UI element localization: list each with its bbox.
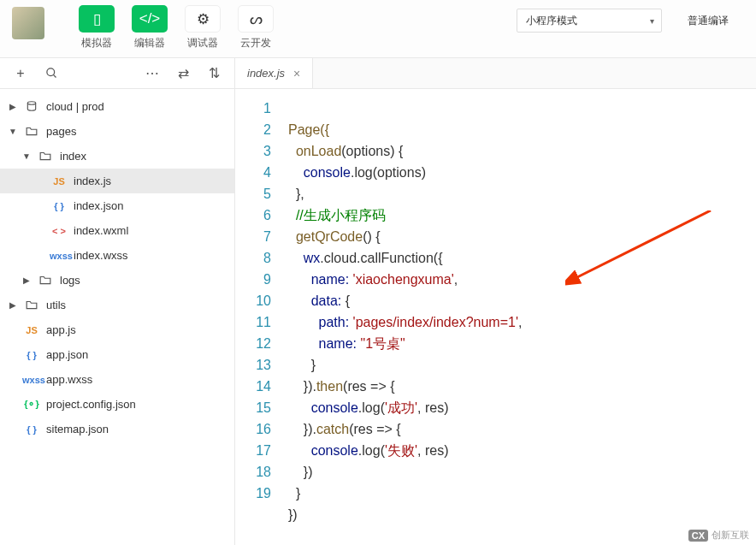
topbar: ▯ 模拟器 </> 编辑器 ⚙ 调试器 ᔕ 云开发 小程序模式 ▾ 普通编译 bbox=[0, 0, 756, 58]
sort-button[interactable]: ⇅ bbox=[200, 62, 227, 86]
settings-icon: ⚙ bbox=[185, 5, 221, 33]
watermark-text: 创新互联 bbox=[712, 529, 749, 542]
json-icon: { } bbox=[22, 424, 41, 435]
tree-label: app.wxss bbox=[46, 373, 92, 386]
tree-item-utils[interactable]: ▶utils bbox=[0, 293, 234, 317]
folder-icon bbox=[36, 275, 55, 287]
tree-item-cloud---prod[interactable]: ▶cloud | prod bbox=[0, 94, 234, 119]
js-icon: JS bbox=[22, 325, 41, 335]
avatar[interactable] bbox=[12, 7, 44, 39]
tree-label: index.json bbox=[74, 199, 124, 212]
tree-label: app.js bbox=[46, 323, 76, 336]
chevron-icon: ▶ bbox=[9, 300, 17, 310]
tree-item-app-json[interactable]: { }app.json bbox=[0, 342, 234, 367]
cloud-dev-button[interactable]: ᔕ 云开发 bbox=[238, 5, 274, 50]
compile-select[interactable]: 普通编译 bbox=[679, 9, 746, 33]
folder-db-icon bbox=[22, 101, 41, 113]
tree-label: pages bbox=[46, 125, 76, 138]
debugger-button[interactable]: ⚙ 调试器 bbox=[185, 5, 221, 50]
watermark: CX 创新互联 bbox=[688, 529, 749, 542]
tree-item-index-wxml[interactable]: < >index.wxml bbox=[0, 218, 234, 243]
tree-item-pages[interactable]: ▼pages bbox=[0, 119, 234, 144]
more-button[interactable]: ⋯ bbox=[139, 62, 166, 86]
folder-icon bbox=[22, 126, 41, 138]
folder-icon bbox=[36, 151, 55, 163]
chevron-icon: ▶ bbox=[9, 102, 17, 111]
js-icon: JS bbox=[50, 176, 68, 187]
chevron-icon: ▼ bbox=[9, 127, 17, 136]
json-icon: { } bbox=[22, 350, 41, 360]
svg-line-1 bbox=[53, 74, 56, 77]
editor-button[interactable]: </> 编辑器 bbox=[132, 5, 168, 50]
close-icon[interactable]: × bbox=[293, 67, 300, 80]
tool-label: 编辑器 bbox=[134, 36, 165, 50]
tree-label: sitemap.json bbox=[46, 423, 109, 435]
simulator-button[interactable]: ▯ 模拟器 bbox=[79, 5, 115, 50]
chevron-icon: ▶ bbox=[22, 275, 31, 285]
collapse-button[interactable]: ⇄ bbox=[169, 62, 197, 86]
tree-item-app-wxss[interactable]: wxssapp.wxss bbox=[0, 367, 234, 392]
device-icon: ▯ bbox=[79, 5, 115, 33]
tree-label: cloud | prod bbox=[46, 100, 104, 113]
cloud-icon: ᔕ bbox=[238, 5, 274, 33]
watermark-badge: CX bbox=[688, 530, 708, 542]
code-content: Page({ onLoad(options) { console.log(opt… bbox=[283, 89, 522, 545]
annotation-arrow bbox=[565, 210, 719, 313]
wxss-icon: wxss bbox=[50, 251, 68, 261]
tree-label: index.wxml bbox=[74, 224, 128, 237]
tool-label: 云开发 bbox=[240, 36, 271, 50]
file-tree: ▶cloud | prod▼pages▼indexJSindex.js{ }in… bbox=[0, 89, 234, 447]
tree-item-index-js[interactable]: JSindex.js bbox=[0, 169, 234, 193]
tree-label: index.wxss bbox=[74, 249, 128, 262]
tree-item-logs[interactable]: ▶logs bbox=[0, 268, 234, 293]
code-editor: index.js × 12345678910111213141516171819… bbox=[235, 58, 756, 545]
tool-label: 调试器 bbox=[187, 36, 218, 50]
wxml-icon: < > bbox=[50, 226, 68, 236]
file-explorer: + ⋯ ⇄ ⇅ ▶cloud | prod▼pages▼indexJSindex… bbox=[0, 58, 235, 545]
config-icon: {⚬} bbox=[22, 399, 41, 410]
tree-label: logs bbox=[60, 274, 80, 287]
tree-label: index.js bbox=[74, 175, 111, 187]
tool-label: 模拟器 bbox=[81, 36, 112, 50]
tree-item-app-js[interactable]: JSapp.js bbox=[0, 317, 234, 342]
explorer-toolbar: + ⋯ ⇄ ⇅ bbox=[0, 58, 234, 89]
tree-item-index[interactable]: ▼index bbox=[0, 144, 234, 169]
tree-label: project.config.json bbox=[46, 398, 136, 411]
main: + ⋯ ⇄ ⇅ ▶cloud | prod▼pages▼indexJSindex… bbox=[0, 58, 756, 545]
mode-select-value: 小程序模式 bbox=[526, 14, 577, 28]
mode-select[interactable]: 小程序模式 ▾ bbox=[517, 9, 662, 33]
code-area[interactable]: 12345678910111213141516171819 Page({ onL… bbox=[235, 89, 756, 545]
search-icon bbox=[45, 67, 58, 80]
tree-item-sitemap-json[interactable]: { }sitemap.json bbox=[0, 417, 234, 441]
editor-tabs: index.js × bbox=[235, 58, 756, 89]
topbar-left: ▯ 模拟器 </> 编辑器 ⚙ 调试器 ᔕ 云开发 bbox=[0, 5, 274, 50]
tree-item-project-config-json[interactable]: {⚬}project.config.json bbox=[0, 392, 234, 417]
topbar-right: 小程序模式 ▾ 普通编译 bbox=[517, 5, 756, 33]
chevron-down-icon: ▾ bbox=[650, 16, 654, 26]
line-gutter: 12345678910111213141516171819 bbox=[235, 89, 283, 545]
chevron-icon: ▼ bbox=[22, 151, 31, 161]
tree-label: app.json bbox=[46, 348, 88, 361]
wxss-icon: wxss bbox=[22, 375, 41, 385]
svg-point-2 bbox=[27, 101, 35, 104]
tree-item-index-wxss[interactable]: wxssindex.wxss bbox=[0, 243, 234, 268]
json-icon: { } bbox=[50, 201, 68, 211]
tab-index-js[interactable]: index.js × bbox=[235, 58, 313, 88]
tree-label: utils bbox=[46, 299, 66, 311]
tree-item-index-json[interactable]: { }index.json bbox=[0, 193, 234, 218]
svg-line-3 bbox=[574, 210, 711, 279]
svg-point-0 bbox=[46, 68, 54, 76]
search-button[interactable] bbox=[38, 62, 65, 86]
add-file-button[interactable]: + bbox=[7, 62, 34, 86]
code-icon: </> bbox=[132, 5, 168, 33]
tab-title: index.js bbox=[247, 67, 285, 80]
folder-icon bbox=[22, 299, 41, 311]
tool-group: ▯ 模拟器 </> 编辑器 ⚙ 调试器 ᔕ 云开发 bbox=[79, 5, 274, 50]
tree-label: index bbox=[60, 150, 86, 163]
